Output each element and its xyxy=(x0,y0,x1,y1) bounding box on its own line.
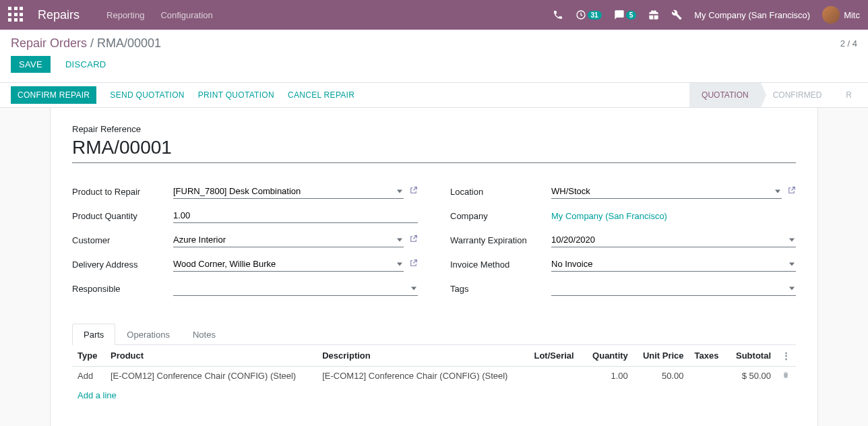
pager[interactable]: 2 / 4 xyxy=(840,38,857,49)
cell-lot[interactable] xyxy=(528,367,583,386)
location-label: Location xyxy=(450,187,551,197)
form-grid: Product to Repair Product Quantity xyxy=(72,182,796,303)
avatar xyxy=(822,6,840,24)
customer-input[interactable] xyxy=(173,233,404,247)
edit-buttons: Save Discard xyxy=(0,51,868,82)
company-selector[interactable]: My Company (San Francisco) xyxy=(694,10,810,20)
status-quotation[interactable]: Quotation xyxy=(689,83,761,107)
tags-input[interactable] xyxy=(551,281,796,296)
responsible-field[interactable] xyxy=(173,281,418,296)
external-link-icon[interactable] xyxy=(409,235,418,245)
breadcrumb-sep: / xyxy=(87,36,97,50)
col-subtotal: Subtotal xyxy=(727,345,776,367)
navbar-menu: Reporting Configuration xyxy=(106,10,213,20)
product-repair-field[interactable] xyxy=(173,184,404,199)
breadcrumb-root[interactable]: Repair Orders xyxy=(11,36,87,50)
cell-product[interactable]: [E-COM12] Conference Chair (CONFIG) (Ste… xyxy=(105,367,317,386)
product-repair-label: Product to Repair xyxy=(72,187,173,197)
tab-notes[interactable]: Notes xyxy=(181,324,227,345)
status-next[interactable]: R xyxy=(834,83,864,107)
company-link[interactable]: My Company (San Francisco) xyxy=(551,211,667,221)
repair-reference-value[interactable]: RMA/00001 xyxy=(72,135,796,163)
parts-table: Type Product Description Lot/Serial Quan… xyxy=(72,345,796,404)
status-steps: Quotation Confirmed R xyxy=(689,83,864,107)
cell-qty[interactable]: 1.00 xyxy=(584,367,633,386)
confirm-repair-button[interactable]: Confirm Repair xyxy=(11,86,96,104)
form-col-left: Product to Repair Product Quantity xyxy=(72,182,418,303)
messages-icon[interactable]: 5 xyxy=(614,9,637,20)
form-col-right: Location Company My Company (San Francis… xyxy=(450,182,796,303)
location-field[interactable] xyxy=(551,184,782,199)
cell-unit-price[interactable]: 50.00 xyxy=(633,367,689,386)
breadcrumb: Repair Orders / RMA/00001 xyxy=(11,36,161,51)
apps-icon[interactable] xyxy=(8,7,24,23)
columns-options-icon[interactable]: ⋮ xyxy=(776,345,796,367)
add-line-label[interactable]: Add a line xyxy=(72,385,796,404)
app-name[interactable]: Repairs xyxy=(38,8,80,22)
tags-field[interactable] xyxy=(551,281,796,296)
user-menu[interactable]: Mitc xyxy=(822,6,860,24)
cell-taxes[interactable] xyxy=(689,367,727,386)
wrench-icon[interactable] xyxy=(671,9,682,20)
col-taxes: Taxes xyxy=(689,345,727,367)
breadcrumb-current: RMA/00001 xyxy=(97,36,161,50)
external-link-icon[interactable] xyxy=(409,186,418,197)
cancel-repair-button[interactable]: Cancel Repair xyxy=(288,90,354,100)
location-input[interactable] xyxy=(551,184,782,199)
breadcrumb-row: Repair Orders / RMA/00001 2 / 4 xyxy=(0,30,868,51)
tags-label: Tags xyxy=(450,284,551,294)
phone-icon[interactable] xyxy=(553,9,563,20)
activities-icon[interactable]: 31 xyxy=(576,9,602,20)
save-button[interactable]: Save xyxy=(11,56,51,73)
product-repair-input[interactable] xyxy=(173,184,404,199)
user-name: Mitc xyxy=(844,10,860,20)
cell-subtotal[interactable]: $ 50.00 xyxy=(727,367,776,386)
product-qty-label: Product Quantity xyxy=(72,211,173,221)
responsible-label: Responsible xyxy=(72,284,173,294)
tab-operations[interactable]: Operations xyxy=(115,324,181,345)
col-unit-price: Unit Price xyxy=(633,345,689,367)
activities-badge: 31 xyxy=(588,11,602,20)
tab-row: Parts Operations Notes xyxy=(72,324,796,345)
warranty-input[interactable] xyxy=(551,233,796,247)
col-description: Description xyxy=(317,345,528,367)
table-row[interactable]: Add [E-COM12] Conference Chair (CONFIG) … xyxy=(72,367,796,386)
status-confirmed[interactable]: Confirmed xyxy=(761,83,834,107)
navbar-right: 31 5 My Company (San Francisco) Mitc xyxy=(553,6,860,24)
external-link-icon[interactable] xyxy=(787,186,796,197)
customer-field[interactable] xyxy=(173,233,404,247)
repair-reference-label: Repair Reference xyxy=(72,124,796,134)
delivery-address-label: Delivery Address xyxy=(72,260,173,270)
external-link-icon[interactable] xyxy=(409,259,418,270)
responsible-input[interactable] xyxy=(173,281,418,296)
gift-icon[interactable] xyxy=(648,9,659,20)
invoice-method-label: Invoice Method xyxy=(450,260,551,270)
top-navbar: Repairs Reporting Configuration 31 5 My … xyxy=(0,0,868,30)
invoice-method-field[interactable] xyxy=(551,257,796,272)
statusbar-buttons: Confirm Repair Send Quotation Print Quot… xyxy=(11,83,689,107)
col-qty: Quantity xyxy=(584,345,633,367)
company-label: Company xyxy=(450,211,551,221)
delivery-address-field[interactable] xyxy=(173,257,404,272)
menu-configuration[interactable]: Configuration xyxy=(160,10,212,20)
print-quotation-button[interactable]: Print Quotation xyxy=(198,90,274,100)
send-quotation-button[interactable]: Send Quotation xyxy=(110,90,184,100)
col-type: Type xyxy=(72,345,105,367)
messages-badge: 5 xyxy=(626,11,637,20)
menu-reporting[interactable]: Reporting xyxy=(106,10,144,20)
product-qty-input[interactable] xyxy=(173,208,418,223)
tab-parts[interactable]: Parts xyxy=(72,324,115,345)
cell-type[interactable]: Add xyxy=(72,367,105,386)
trash-icon[interactable] xyxy=(776,367,796,386)
invoice-method-input[interactable] xyxy=(551,257,796,272)
add-line-row[interactable]: Add a line xyxy=(72,385,796,404)
sheet-bg: Repair Reference RMA/00001 Product to Re… xyxy=(0,108,868,426)
col-product: Product xyxy=(105,345,317,367)
statusbar: Confirm Repair Send Quotation Print Quot… xyxy=(0,82,868,108)
cell-description[interactable]: [E-COM12] Conference Chair (CONFIG) (Ste… xyxy=(317,367,528,386)
delivery-address-input[interactable] xyxy=(173,257,404,272)
col-lot: Lot/Serial xyxy=(528,345,583,367)
form-sheet: Repair Reference RMA/00001 Product to Re… xyxy=(50,108,818,426)
discard-button[interactable]: Discard xyxy=(57,56,115,73)
warranty-field[interactable] xyxy=(551,233,796,247)
